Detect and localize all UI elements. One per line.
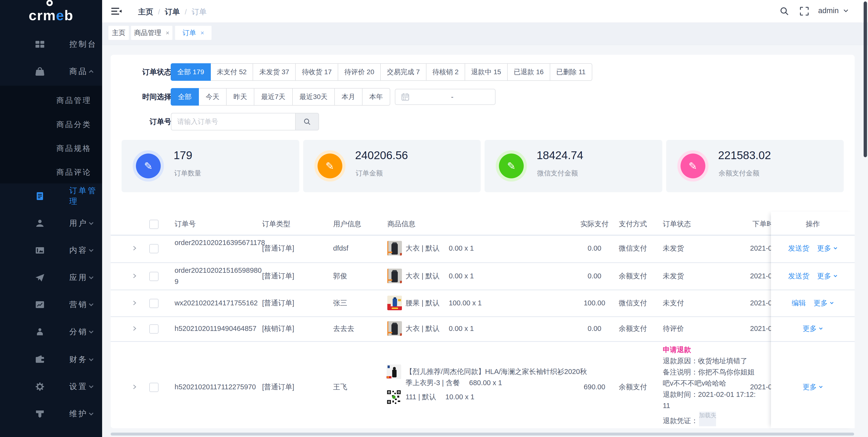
tab-order[interactable]: 订单 ×	[175, 26, 212, 40]
edit-link[interactable]: 编辑	[792, 298, 806, 308]
status-filter-button[interactable]: 交易完成 7	[380, 63, 426, 81]
sidebar-item-goods-manage[interactable]: 商品管理	[0, 89, 102, 112]
search-icon[interactable]	[779, 6, 789, 16]
close-icon[interactable]: ×	[165, 29, 169, 37]
status-filter-button[interactable]: 已删除 11	[550, 63, 592, 81]
sidebar-item-content[interactable]: 内容	[0, 238, 102, 263]
paid-amount: 0.00	[568, 270, 621, 281]
app-logo[interactable]: crmeb	[0, 5, 102, 25]
close-icon[interactable]: ×	[200, 29, 204, 37]
content-icon	[34, 245, 45, 256]
time-filter-button[interactable]: 本月	[334, 88, 363, 106]
vertical-scrollbar[interactable]	[864, 1, 867, 157]
time-filter-button[interactable]: 最近30天	[292, 88, 335, 106]
sidebar-item-goods[interactable]: 商品	[0, 59, 102, 84]
wallet-icon	[34, 354, 45, 365]
stat-value: 240206.56	[355, 149, 408, 162]
row-checkbox[interactable]	[149, 299, 158, 308]
breadcrumb-home[interactable]: 主页	[138, 7, 153, 17]
expand-row-icon[interactable]	[131, 244, 138, 252]
time-filter-button[interactable]: 昨天	[226, 88, 254, 106]
sidebar-item-order-manage[interactable]: 订单管理	[0, 184, 102, 208]
chevron-down-icon	[833, 274, 838, 278]
chevron-down-icon	[88, 383, 94, 390]
more-link[interactable]: 更多	[817, 243, 838, 254]
status-filter-button[interactable]: 未支付 52	[210, 63, 253, 81]
status-filter-button[interactable]: 已退款 16	[507, 63, 550, 81]
product-qty: 0.00 x 1	[449, 325, 474, 332]
tab-label: 主页	[112, 28, 125, 37]
more-link[interactable]: 更多	[813, 298, 834, 308]
more-link[interactable]: 更多	[803, 323, 823, 334]
refund-time: 退款时间：2021-02-01 17:12:	[663, 389, 756, 400]
tab-bar: 主页 商品管理 × 订单 ×	[102, 22, 868, 45]
select-all-checkbox[interactable]	[149, 220, 158, 229]
order-no-input[interactable]	[171, 113, 296, 130]
order-no: h52021020117112275970	[175, 381, 266, 392]
horizontal-scrollbar[interactable]	[111, 433, 854, 436]
sidebar-item-label: 设置	[69, 381, 88, 392]
row-checkbox[interactable]	[149, 272, 158, 281]
tab-home[interactable]: 主页	[108, 26, 129, 40]
expand-row-icon[interactable]	[131, 325, 138, 332]
tab-goods-manage[interactable]: 商品管理 ×	[131, 26, 173, 40]
sidebar-subitem-label: 商品分类	[56, 119, 91, 130]
breadcrumb-order[interactable]: 订单	[165, 7, 180, 17]
expand-row-icon[interactable]	[131, 383, 138, 390]
fullscreen-icon[interactable]	[800, 6, 809, 16]
sidebar-item-finance[interactable]: 财务	[0, 347, 102, 372]
sidebar-item-label: 商品	[69, 66, 88, 77]
product-qty: 100.00 x 1	[449, 299, 482, 307]
more-link[interactable]: 更多	[817, 270, 838, 281]
sidebar-item-app[interactable]: 应用	[0, 265, 102, 290]
stats-row: ✎ 179 订单数量 ✎ 240206.56 订单金额 ✎ 18424.74 微…	[122, 140, 844, 192]
order-no: h52021020119490464857	[175, 323, 266, 334]
breadcrumb-separator: /	[158, 8, 160, 16]
sidebar-item-goods-category[interactable]: 商品分类	[0, 113, 102, 137]
sidebar-item-settings[interactable]: 设置	[0, 375, 102, 399]
breadcrumb: 主页 / 订单 / 订单	[138, 7, 207, 17]
send-goods-link[interactable]: 发送货	[788, 270, 809, 281]
order-type: [普通订单]	[262, 381, 294, 392]
user-menu[interactable]: admin	[818, 6, 849, 15]
row-checkbox[interactable]	[149, 244, 158, 253]
row-checkbox[interactable]	[149, 324, 158, 333]
status-filter-button[interactable]: 待收货 17	[295, 63, 338, 81]
sidebar-item-dashboard[interactable]: 控制台	[0, 32, 102, 56]
status-filter-button[interactable]: 待核销 2	[426, 63, 465, 81]
status-filter-button[interactable]: 待评价 20	[338, 63, 381, 81]
col-header-user-info: 用户信息	[333, 218, 361, 229]
product-qty: 680.00 x 1	[469, 379, 502, 387]
status-filter-button[interactable]: 未发货 37	[253, 63, 296, 81]
expand-row-icon[interactable]	[131, 272, 138, 280]
paid-amount: 0.00	[568, 323, 621, 334]
send-goods-link[interactable]: 发送货	[788, 243, 809, 254]
sidebar-item-marketing[interactable]: 营销	[0, 292, 102, 317]
amount-stat-icon: ✎	[317, 153, 342, 178]
sidebar-item-goods-comment[interactable]: 商品评论	[0, 161, 102, 184]
refund-remark: 吧v不不不吧v哈哈哈	[663, 378, 756, 389]
time-filter-button[interactable]: 最近7天	[254, 88, 293, 106]
row-actions: 更多	[771, 323, 855, 334]
time-filter-button[interactable]: 全部	[171, 88, 199, 106]
stat-label: 订单数量	[174, 169, 201, 178]
sidebar-item-distribution[interactable]: 分销	[0, 320, 102, 344]
row-checkbox[interactable]	[149, 383, 158, 392]
time-filter-button[interactable]: 今天	[198, 88, 227, 106]
tab-label: 订单	[182, 28, 196, 37]
expand-row-icon[interactable]	[131, 299, 138, 307]
time-filter-button[interactable]: 本年	[362, 88, 390, 106]
status-filter-button[interactable]: 退款中 15	[465, 63, 508, 81]
status-filter-button[interactable]: 全部 179	[171, 63, 211, 81]
sidebar-item-user[interactable]: 用户	[0, 211, 102, 236]
sidebar-subitem-label: 商品评论	[56, 167, 91, 177]
menu-fold-icon[interactable]	[111, 6, 122, 16]
date-range-picker[interactable]: -	[395, 89, 496, 105]
sidebar-item-label: 维护	[69, 409, 88, 419]
wechat-pay-stat-icon: ✎	[499, 153, 524, 178]
order-search-button[interactable]	[295, 113, 319, 130]
sidebar-item-maintenance[interactable]: 维护	[0, 402, 102, 426]
more-link[interactable]: 更多	[803, 381, 823, 392]
sidebar-item-goods-spec[interactable]: 商品规格	[0, 137, 102, 161]
row-actions: 更多	[771, 381, 855, 392]
